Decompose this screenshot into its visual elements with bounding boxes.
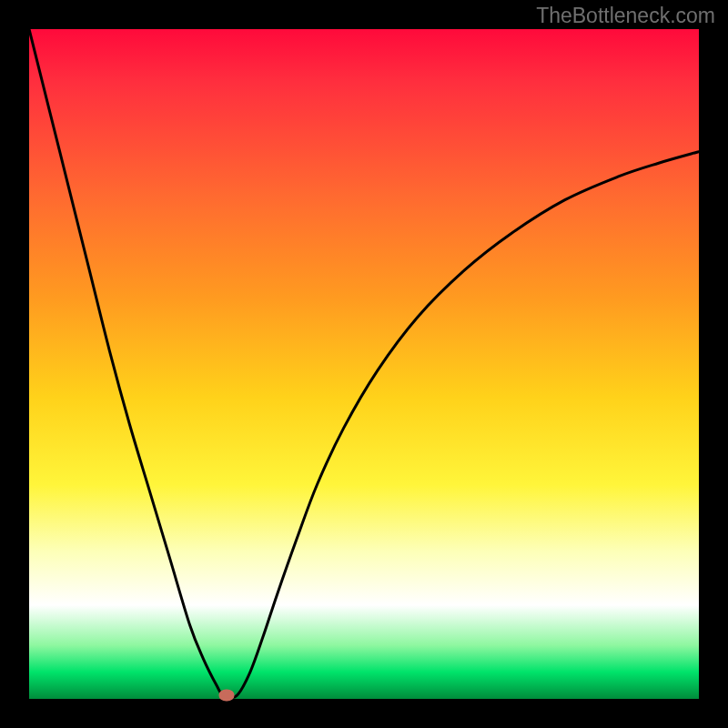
chart-frame: TheBottleneck.com [0,0,728,728]
min-marker-icon [219,690,235,702]
chart-line [29,29,699,698]
chart-svg [29,29,699,699]
watermark-text: TheBottleneck.com [536,4,715,28]
